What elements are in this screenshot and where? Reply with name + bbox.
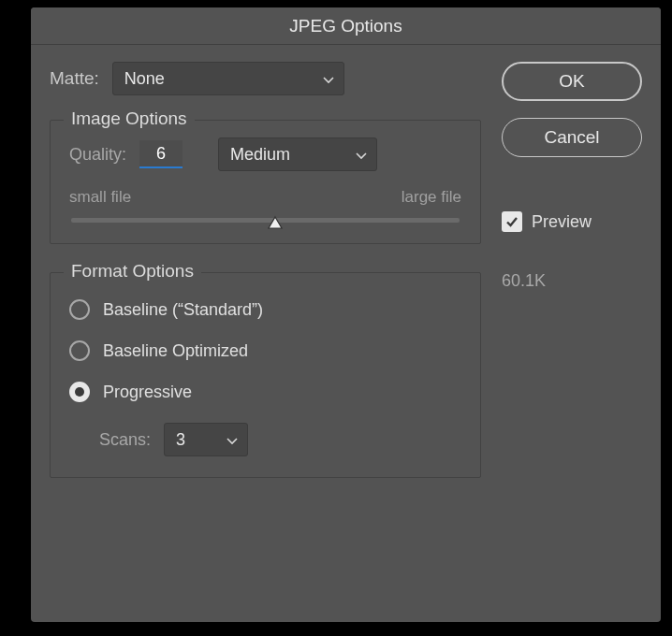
quality-preset-select[interactable]: Medium <box>218 137 377 171</box>
chevron-down-icon <box>356 145 367 165</box>
image-options-legend: Image Options <box>64 108 195 129</box>
jpeg-options-dialog: JPEG Options Matte: None Image Options Q… <box>31 7 661 622</box>
format-options-fieldset: Format Options Baseline (“Standard”) Bas… <box>50 272 481 478</box>
format-options-legend: Format Options <box>64 261 201 282</box>
slider-min-label: small file <box>69 188 131 207</box>
ok-button[interactable]: OK <box>502 62 642 101</box>
dialog-content: Matte: None Image Options Quality: Mediu… <box>31 45 661 497</box>
scans-value: 3 <box>176 430 185 450</box>
slider-track[interactable] <box>71 218 460 223</box>
scans-row: Scans: 3 <box>69 423 461 456</box>
matte-label: Matte: <box>50 68 99 89</box>
radio-label: Baseline (“Standard”) <box>103 300 263 320</box>
slider-max-label: large file <box>402 188 461 207</box>
matte-select[interactable]: None <box>112 62 344 95</box>
quality-label: Quality: <box>69 145 126 165</box>
quality-preset-value: Medium <box>230 145 290 165</box>
image-options-fieldset: Image Options Quality: Medium small file <box>50 120 481 244</box>
format-radio-group: Baseline (“Standard”) Baseline Optimized… <box>69 299 461 402</box>
matte-row: Matte: None <box>50 62 481 95</box>
filesize-label: 60.1K <box>502 271 642 291</box>
radio-label: Baseline Optimized <box>103 341 248 361</box>
radio-icon <box>69 299 90 320</box>
scans-label: Scans: <box>99 430 151 450</box>
cancel-button[interactable]: Cancel <box>502 118 642 157</box>
radio-baseline-optimized[interactable]: Baseline Optimized <box>69 340 461 361</box>
preview-checkbox[interactable] <box>502 211 522 232</box>
quality-row: Quality: Medium <box>69 137 461 171</box>
radio-baseline-standard[interactable]: Baseline (“Standard”) <box>69 299 461 320</box>
preview-label: Preview <box>532 212 592 232</box>
chevron-down-icon <box>226 430 238 450</box>
slider-labels: small file large file <box>69 188 461 207</box>
radio-progressive[interactable]: Progressive <box>69 382 461 402</box>
quality-input[interactable] <box>139 140 183 168</box>
chevron-down-icon <box>323 69 334 89</box>
dialog-title: JPEG Options <box>31 7 661 45</box>
quality-slider[interactable]: small file large file <box>69 188 461 223</box>
radio-label: Progressive <box>103 383 192 402</box>
radio-icon <box>69 382 90 402</box>
matte-value: None <box>124 69 165 89</box>
preview-checkbox-row[interactable]: Preview <box>502 211 642 232</box>
check-icon <box>504 214 519 229</box>
left-column: Matte: None Image Options Quality: Mediu… <box>50 62 481 478</box>
radio-icon <box>69 340 90 361</box>
right-column: OK Cancel Preview 60.1K <box>502 62 642 478</box>
scans-select[interactable]: 3 <box>164 423 248 456</box>
